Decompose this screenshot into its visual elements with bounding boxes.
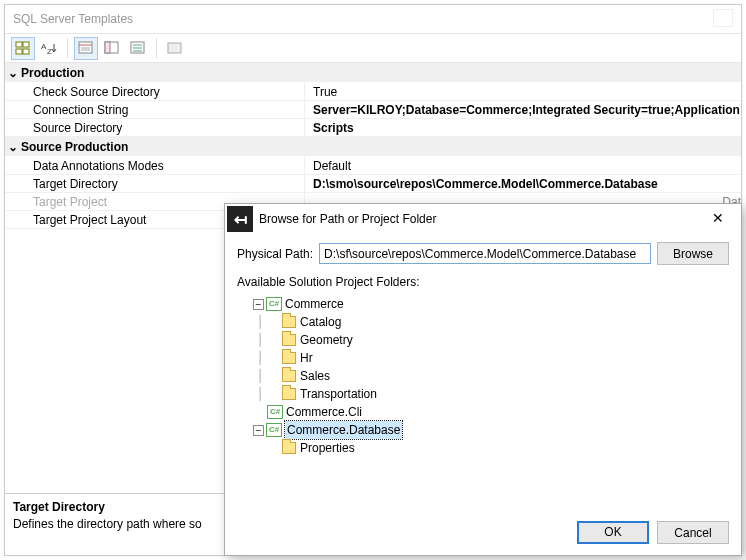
collapse-icon[interactable]: ⌄	[5, 137, 21, 157]
property-row[interactable]: Source Directory Scripts	[5, 119, 741, 137]
dialog-title: Browse for Path or Project Folder	[259, 212, 701, 226]
tree-node-hr[interactable]: │ Hr	[237, 349, 729, 367]
property-value[interactable]: D:\smo\source\repos\Commerce.Model\Comme…	[305, 175, 741, 192]
tree-label: Catalog	[300, 313, 341, 331]
folder-icon	[281, 369, 297, 383]
expander-icon[interactable]: −	[253, 299, 264, 310]
property-label: Target Directory	[5, 175, 305, 192]
close-icon[interactable]: ✕	[701, 207, 735, 231]
category-header[interactable]: ⌄ Production	[5, 63, 741, 83]
physical-path-row: Physical Path: Browse	[237, 242, 729, 265]
ok-button[interactable]: OK	[577, 521, 649, 544]
property-value[interactable]: Scripts	[305, 119, 741, 136]
property-value[interactable]: Server=KILROY;Database=Commerce;Integrat…	[305, 101, 741, 118]
tree-label: Transportation	[300, 385, 377, 403]
folder-icon	[281, 333, 297, 347]
toolbar-separator	[67, 38, 68, 58]
window-title: SQL Server Templates	[13, 5, 133, 33]
property-label: Check Source Directory	[5, 83, 305, 100]
dialog-footer: OK Cancel	[577, 521, 729, 544]
svg-rect-1	[23, 42, 29, 47]
app-icon: ↤	[227, 206, 253, 232]
tree-node-transportation[interactable]: │ Transportation	[237, 385, 729, 403]
category-label: Production	[21, 63, 84, 83]
physical-path-input[interactable]	[319, 243, 651, 264]
browse-dialog: ↤ Browse for Path or Project Folder ✕ Ph…	[224, 203, 742, 556]
property-row[interactable]: Target Directory D:\smo\source\repos\Com…	[5, 175, 741, 193]
dialog-body: Physical Path: Browse Available Solution…	[225, 234, 741, 507]
category-header[interactable]: ⌄ Source Production	[5, 137, 741, 157]
svg-text:Z: Z	[47, 47, 52, 55]
property-row[interactable]: Data Annotations Modes Default	[5, 157, 741, 175]
tree-label: Properties	[300, 439, 355, 457]
folder-icon	[281, 441, 297, 455]
tree-node-commerce[interactable]: − C# Commerce	[237, 295, 729, 313]
property-pages-button[interactable]	[74, 37, 98, 60]
svg-rect-11	[105, 42, 110, 53]
toolbar-view3-button[interactable]	[126, 37, 150, 60]
tree-node-sales[interactable]: │ Sales	[237, 367, 729, 385]
property-label: Connection String	[5, 101, 305, 118]
folder-icon	[281, 351, 297, 365]
tree-label: Commerce	[285, 295, 344, 313]
csharp-project-icon: C#	[266, 297, 282, 311]
folder-icon	[281, 315, 297, 329]
property-value[interactable]: Default	[305, 157, 741, 174]
svg-rect-0	[16, 42, 22, 47]
physical-path-label: Physical Path:	[237, 247, 313, 261]
svg-rect-2	[16, 49, 22, 54]
folder-tree[interactable]: − C# Commerce │ Catalog │ Geometry │	[237, 293, 729, 507]
toolbar-separator	[156, 38, 157, 58]
property-row[interactable]: Connection String Server=KILROY;Database…	[5, 101, 741, 119]
property-value[interactable]: True	[305, 83, 741, 100]
dialog-titlebar: ↤ Browse for Path or Project Folder ✕	[225, 204, 741, 234]
close-icon[interactable]	[713, 9, 733, 27]
tree-label: Sales	[300, 367, 330, 385]
tree-label: Commerce.Cli	[286, 403, 362, 421]
property-row[interactable]: Check Source Directory True	[5, 83, 741, 101]
tree-node-commerce-database[interactable]: − C# Commerce.Database	[237, 421, 729, 439]
propertygrid-toolbar: AZ	[5, 33, 741, 63]
tree-label: Geometry	[300, 331, 353, 349]
property-label: Source Directory	[5, 119, 305, 136]
window-titlebar: SQL Server Templates	[5, 5, 741, 33]
tree-node-geometry[interactable]: │ Geometry	[237, 331, 729, 349]
tree-label-selected: Commerce.Database	[285, 421, 402, 439]
svg-rect-3	[23, 49, 29, 54]
expander-icon[interactable]: −	[253, 425, 264, 436]
csharp-project-icon: C#	[266, 423, 282, 437]
property-label: Data Annotations Modes	[5, 157, 305, 174]
csharp-project-icon: C#	[267, 405, 283, 419]
tree-label: Hr	[300, 349, 313, 367]
collapse-icon[interactable]: ⌄	[5, 63, 21, 83]
alphabetical-button[interactable]: AZ	[37, 37, 61, 60]
toolbar-extra-button[interactable]	[163, 37, 187, 60]
svg-rect-16	[168, 43, 181, 53]
toolbar-view2-button[interactable]	[100, 37, 124, 60]
folder-icon	[281, 387, 297, 401]
tree-node-catalog[interactable]: │ Catalog	[237, 313, 729, 331]
available-folders-label: Available Solution Project Folders:	[237, 275, 729, 289]
tree-node-commerce-cli[interactable]: C# Commerce.Cli	[237, 403, 729, 421]
category-label: Source Production	[21, 137, 128, 157]
browse-button[interactable]: Browse	[657, 242, 729, 265]
tree-node-properties[interactable]: Properties	[237, 439, 729, 457]
categorized-button[interactable]	[11, 37, 35, 60]
cancel-button[interactable]: Cancel	[657, 521, 729, 544]
